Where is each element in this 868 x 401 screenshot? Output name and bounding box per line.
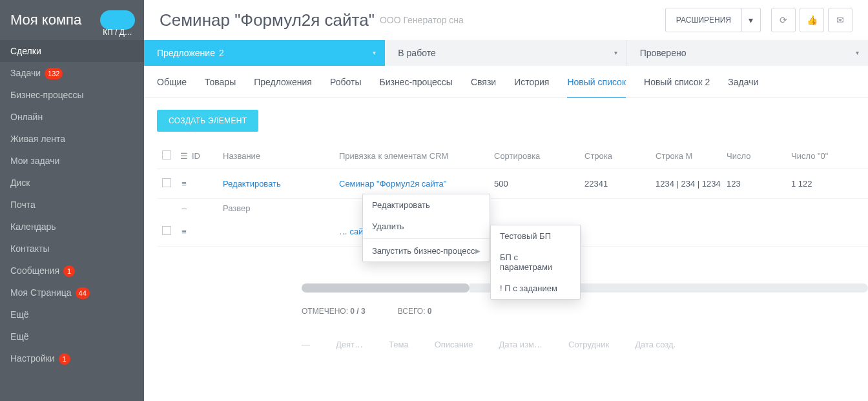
sidebar-item[interactable]: Диск [0, 172, 144, 194]
like-button[interactable]: 👍 [800, 8, 824, 32]
sidebar-item[interactable]: Задачи132 [0, 62, 144, 84]
page-subtitle: ООО Генератор сна [380, 15, 464, 25]
sidebar-item[interactable]: Почта [0, 194, 144, 216]
lower-col: Тема [389, 340, 409, 349]
row-checkbox[interactable] [162, 226, 171, 235]
sidebar-item[interactable]: Ещё [0, 325, 144, 347]
refresh-icon: ⟳ [780, 15, 787, 25]
mail-icon: ✉ [836, 15, 844, 25]
refresh-button[interactable]: ⟳ [771, 8, 796, 32]
ctx-run-bp[interactable]: Запустить бизнес-процесс▶ [363, 240, 490, 262]
bp-item[interactable]: БП с параметрами [491, 247, 580, 278]
col-strm[interactable]: Строка М [656, 151, 727, 161]
tab[interactable]: Товары [205, 66, 236, 98]
bp-item[interactable]: Тестовый БП [491, 225, 580, 247]
tab[interactable]: Связи [471, 66, 496, 98]
tab[interactable]: Бизнес-процессы [379, 66, 452, 98]
scrollbar-thumb[interactable] [302, 283, 470, 293]
tab[interactable]: Новый список 2 [644, 66, 710, 98]
sidebar-item[interactable]: Ещё [0, 303, 144, 325]
col-num[interactable]: Число [727, 151, 791, 161]
kp-badge[interactable]: КП / Д… [100, 10, 135, 30]
lower-col: Деят… [336, 340, 363, 349]
bp-submenu: Тестовый БП БП с параметрами ! П с задан… [490, 225, 581, 300]
tab[interactable]: История [514, 66, 549, 98]
sidebar-item[interactable]: Моя Страница44 [0, 282, 144, 303]
sidebar-item[interactable]: Контакты [0, 238, 144, 260]
chevron-down-icon: ▾ [749, 15, 753, 25]
tab[interactable]: Роботы [330, 66, 361, 98]
brand: Моя компа КП / Д… [0, 0, 144, 40]
horizontal-scrollbar[interactable] [302, 283, 868, 293]
nav-badge: 1 [59, 353, 70, 365]
context-menu: Редактировать Удалить Запустить бизнес-п… [362, 194, 490, 262]
chevron-down-icon: ▾ [856, 40, 859, 66]
header: Семинар "Формул2я сайта" ООО Генератор с… [144, 0, 868, 40]
tab[interactable]: Новый список [567, 66, 626, 98]
col-str[interactable]: Строка [584, 151, 656, 161]
sidebar-item[interactable]: Сообщения1 [0, 260, 144, 282]
chevron-down-icon: ▾ [614, 40, 617, 66]
sidebar: Моя компа КП / Д… СделкиЗадачи132Бизнес-… [0, 0, 144, 401]
col-sort[interactable]: Сортировка [494, 151, 584, 161]
lower-col: — [302, 340, 310, 349]
grid-footer: ОТМЕЧЕНО: 0 / 3 ВСЕГО: 0 [302, 307, 432, 316]
grid-header: ☰ ID Название Привязка к элементам CRM С… [157, 143, 868, 169]
mail-button[interactable]: ✉ [828, 8, 852, 32]
table-row-extra: – Развер [157, 199, 868, 217]
extensions-dropdown[interactable]: ▾ [741, 8, 761, 32]
chevron-right-icon: ▶ [475, 247, 480, 254]
nav-badge: 44 [76, 287, 90, 299]
tab[interactable]: Предложения [254, 66, 312, 98]
content: СОЗДАТЬ ЭЛЕМЕНТ ☰ ID Название Привязка к… [144, 98, 868, 258]
sidebar-item[interactable]: Онлайн [0, 106, 144, 128]
col-numf[interactable]: Число "0" [791, 151, 856, 161]
tab[interactable]: Общие [157, 66, 187, 98]
col-name[interactable]: Название [223, 151, 339, 161]
nav-badge: 132 [45, 68, 63, 79]
ctx-edit[interactable]: Редактировать [363, 194, 490, 216]
table-row[interactable]: ≡ Редактировать Семинар "Формул2я сайта"… [157, 169, 868, 199]
lower-col: Сотрудник [568, 340, 609, 349]
page-title: Семинар "Формул2я сайта" [160, 10, 375, 30]
nav-badge: 1 [63, 265, 75, 277]
thumb-icon: 👍 [807, 15, 818, 25]
tabs: ОбщиеТоварыПредложенияРоботыБизнес-проце… [144, 66, 868, 98]
row-checkbox[interactable] [162, 178, 171, 187]
extensions-button[interactable]: РАСШИРЕНИЯ [665, 8, 742, 32]
sidebar-item[interactable]: Мои задачи [0, 150, 144, 172]
sidebar-item[interactable]: Бизнес-процессы [0, 84, 144, 106]
chevron-down-icon: ▾ [373, 40, 376, 66]
kanban-stages: Предложение2▾В работе▾Проверено▾ [144, 40, 868, 66]
lower-grid-header: —Деят…ТемаОписаниеДата изм…СотрудникДата… [302, 340, 868, 349]
create-element-button[interactable]: СОЗДАТЬ ЭЛЕМЕНТ [157, 110, 258, 132]
kanban-stage[interactable]: Предложение2▾ [144, 40, 385, 66]
tab[interactable]: Задачи [728, 66, 758, 98]
lower-col: Описание [435, 340, 473, 349]
sidebar-item[interactable]: Живая лента [0, 128, 144, 150]
col-crm[interactable]: Привязка к элементам CRM [339, 151, 494, 161]
col-id[interactable]: ID [192, 151, 223, 161]
gear-icon[interactable]: ☰ [176, 151, 192, 161]
lower-col: Дата созд. [635, 340, 676, 349]
grid: ☰ ID Название Привязка к элементам CRM С… [157, 143, 855, 247]
select-all-checkbox[interactable] [162, 150, 171, 159]
brand-text: Моя компа [10, 12, 81, 28]
sidebar-item[interactable]: Календарь [0, 216, 144, 238]
bp-item[interactable]: ! П с заданием [491, 278, 580, 299]
ctx-delete[interactable]: Удалить [363, 216, 490, 237]
row-menu[interactable]: ≡ [176, 179, 192, 189]
kanban-stage[interactable]: Проверено▾ [626, 40, 868, 66]
lower-col: Дата изм… [499, 340, 542, 349]
row-menu[interactable]: ≡ [176, 227, 192, 236]
main: Семинар "Формул2я сайта" ООО Генератор с… [144, 0, 868, 401]
kanban-stage[interactable]: В работе▾ [385, 40, 626, 66]
sidebar-item[interactable]: Настройки1 [0, 347, 144, 369]
sidebar-item[interactable]: Сделки [0, 40, 144, 62]
